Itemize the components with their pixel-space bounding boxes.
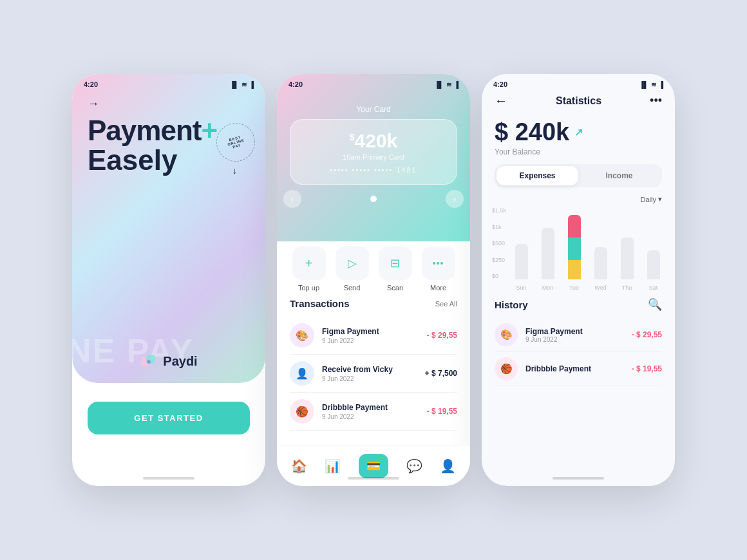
action-scan[interactable]: ⊟ Scan: [379, 247, 412, 292]
stats-back-button[interactable]: ←: [495, 93, 507, 108]
arrow-down-icon: ↓: [232, 165, 237, 176]
x-label-sat: Sat: [642, 285, 665, 291]
home-indicator-3: [553, 477, 604, 480]
history-avatar-dribbble: 🏀: [495, 357, 518, 380]
nav-profile[interactable]: 👤: [432, 454, 464, 478]
bar-tue-teal: [568, 238, 581, 260]
logo-name: Paydi: [163, 354, 197, 369]
nav-chat[interactable]: 💬: [399, 454, 430, 478]
status-bar-3: 4:20 ▐▌ ≋ ▐: [482, 74, 675, 91]
topup-icon: +: [305, 256, 313, 271]
tx-title: Transactions: [290, 298, 350, 309]
card-amount: $420k: [303, 130, 444, 152]
send-label: Send: [344, 284, 361, 292]
x-label-mon: Mon: [536, 285, 559, 291]
paydi-logo-icon: [140, 352, 158, 370]
tx-amount-vicky: + $ 7,500: [425, 369, 457, 378]
bar-tue-accent: [568, 215, 581, 279]
tab-expenses[interactable]: Expenses: [496, 166, 578, 185]
stats-title: Statistics: [556, 95, 601, 107]
tx-info-dribbble: Dribbble Payment 9 Jun 2022: [322, 403, 419, 420]
screen2-phone: 4:20 ▐▌ ≋ ▐ Your Card $420k 10am Primary…: [277, 74, 470, 486]
status-bar-2: 4:20 ▐▌ ≋ ▐: [277, 74, 470, 91]
get-started-button[interactable]: GET STARTED: [88, 402, 250, 434]
cards-nav-icon: 📊: [325, 458, 341, 474]
tx-see-all[interactable]: See All: [435, 300, 457, 308]
scan-icon-box: ⊟: [379, 247, 412, 280]
transactions-section: Transactions See All 🎨 Figma Payment 9 J…: [277, 298, 470, 431]
tx-item-figma: 🎨 Figma Payment 9 Jun 2022 - $ 29,55: [290, 317, 457, 355]
home-indicator-1: [143, 477, 194, 480]
chart-bars: [510, 207, 665, 279]
arrow-icon: →: [88, 97, 250, 111]
history-item-figma: 🎨 Figma Payment 9 Jun 2022 - $ 29,55: [495, 318, 662, 352]
history-title: History: [495, 299, 528, 310]
logo-area: Paydi: [72, 352, 265, 370]
signal-icon-2: ▐▌: [435, 81, 444, 88]
chart-filter-dropdown[interactable]: Daily ▾: [492, 195, 665, 203]
tx-info-figma: Figma Payment 9 Jun 2022: [322, 327, 419, 344]
topup-label: Top up: [298, 284, 319, 292]
status-icons-1: ▐▌ ≋ ▐: [230, 81, 254, 88]
tx-name-figma: Figma Payment: [322, 327, 419, 336]
search-icon[interactable]: 🔍: [648, 297, 662, 312]
tx-name-vicky: Receive from Vicky: [322, 365, 417, 374]
status-time-1: 4:20: [84, 80, 98, 88]
y-label-500: $500: [492, 240, 506, 247]
x-label-tue: Tue: [563, 285, 585, 291]
card-label: Your Card: [277, 101, 470, 114]
quick-actions: + Top up ▷ Send ⊟ Scan ••• More: [277, 247, 470, 292]
y-label-1500: $1.5k: [492, 207, 506, 214]
status-bar-1: 4:20 ▐▌ ≋ ▐: [72, 74, 265, 91]
battery-icon-3: ▐: [659, 81, 663, 88]
topup-icon-box: +: [292, 247, 326, 280]
y-label-1000: $1k: [492, 224, 506, 230]
chat-nav-icon: 💬: [406, 458, 422, 474]
tx-amount-figma: - $ 29,55: [427, 331, 457, 340]
circle-badge-text: BESTONLINEPAY: [226, 135, 246, 150]
chart-bar-thu: [616, 207, 638, 279]
profile-nav-icon: 👤: [440, 458, 456, 474]
tx-date-figma: 9 Jun 2022: [322, 337, 419, 344]
signal-icon: ▐▌: [230, 81, 239, 88]
chart-bar-sat: [642, 207, 665, 279]
chart-bar-sun: [510, 207, 533, 279]
bar-sun: [515, 244, 528, 279]
stats-more-button[interactable]: •••: [650, 94, 662, 107]
tx-amount-dribbble: - $ 19,55: [427, 407, 457, 416]
card-next-button[interactable]: ›: [446, 190, 464, 208]
history-info-dribbble: Dribbble Payment: [525, 364, 624, 373]
card-widget: $420k 10am Primary Card ••••• ••••• ••••…: [290, 119, 457, 185]
card-prev-button[interactable]: ‹: [283, 190, 301, 208]
tx-avatar-vicky: 👤: [290, 361, 314, 386]
nav-cards[interactable]: 📊: [317, 454, 348, 478]
status-icons-2: ▐▌ ≋ ▐: [435, 81, 459, 88]
more-icon: •••: [433, 258, 444, 268]
stats-header: ← Statistics •••: [482, 91, 675, 113]
circle-badge: BESTONLINEPAY: [216, 123, 255, 162]
tx-date-vicky: 9 Jun 2022: [322, 375, 417, 382]
tx-date-dribbble: 9 Jun 2022: [322, 413, 419, 420]
action-send[interactable]: ▷ Send: [336, 247, 369, 292]
wifi-icon-2: ≋: [446, 81, 451, 88]
history-name-dribbble: Dribbble Payment: [525, 364, 624, 373]
y-label-0: $0: [492, 273, 506, 279]
tx-info-vicky: Receive from Vicky 9 Jun 2022: [322, 365, 417, 382]
card-dots: ••••• ••••• ••••• 1481: [303, 166, 444, 174]
tab-income[interactable]: Income: [578, 166, 660, 185]
balance-label: Your Balance: [495, 147, 662, 156]
nav-home[interactable]: 🏠: [283, 454, 315, 478]
status-time-3: 4:20: [493, 80, 507, 88]
action-more[interactable]: ••• More: [422, 247, 455, 292]
battery-icon: ▐: [249, 81, 254, 88]
tx-avatar-dribbble: 🏀: [290, 399, 314, 424]
chart-y-labels: $1.5k $1k $500 $250 $0: [492, 207, 506, 279]
wifi-icon: ≋: [241, 81, 247, 88]
history-amount-figma: - $ 29,55: [632, 330, 662, 339]
chart-bar-mon: [536, 207, 559, 279]
card-section: Your Card $420k 10am Primary Card ••••• …: [277, 93, 470, 208]
action-topup[interactable]: + Top up: [292, 247, 326, 292]
signal-icon-3: ▐▌: [639, 81, 648, 88]
history-section: History 🔍 🎨 Figma Payment 9 Jun 2022 - $…: [482, 291, 675, 386]
chart-container: Daily ▾ $1.5k $1k $500 $250 $0: [482, 195, 675, 291]
